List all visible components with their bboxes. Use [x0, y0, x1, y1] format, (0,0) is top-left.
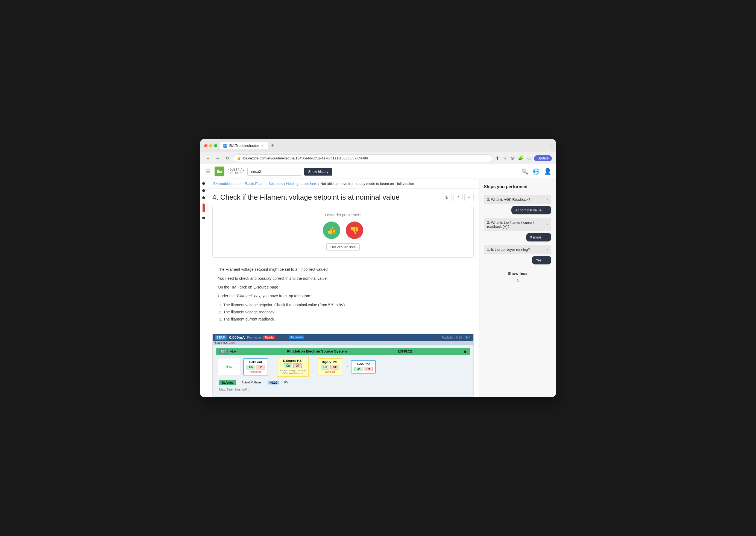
extension-icon[interactable]: 🧩 — [517, 154, 524, 162]
step-1-dot-icon — [544, 259, 548, 262]
sidebar-step-dot-3 — [202, 196, 205, 199]
step-list-item-1: The filament voltage setpoint. Check if … — [223, 302, 468, 308]
back-button[interactable]: ← — [204, 155, 212, 161]
step-3-dot-icon — [544, 209, 548, 212]
breadcrumb-radio-pharma[interactable]: Radio Pharma Solutions — [245, 182, 283, 186]
hmi-bake-out-title: Bake out — [246, 360, 265, 364]
step-3-chevron-icon: › — [547, 198, 548, 202]
forward-button[interactable]: → — [214, 155, 222, 161]
delete-button[interactable]: 🗑 — [442, 193, 452, 201]
hmi-highv-ps-on[interactable]: On — [321, 365, 330, 369]
content-para2: You need to check and possibly correct t… — [218, 275, 468, 282]
answer-buttons: 👍 👎 — [219, 221, 467, 239]
step-list-item-2: The filament voltage readback — [223, 309, 468, 315]
breadcrumb-nothing[interactable]: Nothing to see here — [286, 182, 317, 186]
hmi-highv-interlocks: Interlocks — [321, 371, 339, 373]
content-para4: Under the "Filament" box, you have from … — [218, 293, 468, 299]
tab-close-icon[interactable]: ✕ — [261, 144, 265, 148]
chevron-up-icon: ∧ — [484, 278, 551, 283]
address-bar[interactable]: 🔒 iba.dezide.com/en/guide/execute/13456e… — [233, 154, 492, 162]
hmi-esource-ps-on[interactable]: On — [284, 363, 292, 368]
hmi-radiation-value: 0.14 mSv/h — [456, 336, 471, 339]
hmi-nav-controls: ESC ◀ ▶ — [219, 349, 236, 353]
reset-button[interactable]: ↺ — [454, 193, 463, 201]
hmi-control-boxes: Bake out On Off Interlocks → E-Source — [243, 357, 468, 377]
step-2-bubble[interactable]: 2. What is the filament current readback… — [484, 218, 551, 231]
reload-button[interactable]: ↻ — [224, 155, 231, 161]
hmi-bake-out-on[interactable]: On — [246, 365, 255, 369]
hmi-highv-ps-buttons: On Off — [321, 365, 339, 369]
hmi-run-mode-value: Ready — [263, 336, 275, 339]
hmi-system-title: Rhodotron Electron Source System — [287, 349, 347, 353]
hmi-bake-out-buttons: On Off — [246, 365, 265, 369]
hmi-arrow-3: → — [344, 364, 349, 369]
step-1-label: 1. Is the conveyor running? — [487, 248, 530, 251]
hmi-esc-button[interactable]: ESC — [219, 350, 228, 353]
show-less-button[interactable]: Show less — [484, 269, 551, 278]
step-item-2: 2. What is the filament current readback… — [484, 218, 551, 242]
step-1-chevron-icon: › — [547, 248, 548, 251]
hmi-title-bar: ESC ◀ ▶ Rhodotron Electron Source System… — [216, 348, 470, 355]
step-1-answer-row: Yes — [484, 254, 551, 264]
hamburger-menu-button[interactable]: ☰ — [205, 167, 211, 176]
step-1-answer-text: Yes — [536, 258, 542, 262]
hmi-esource-off[interactable]: Off — [364, 367, 372, 371]
hmi-safeties-button[interactable]: Safeties — [219, 380, 236, 385]
hmi-radiation-info: Radiation: 0.14 mSv/h — [442, 336, 471, 339]
question-card: Løser det problemet? 👍 👎 Det ved jeg ikk… — [212, 206, 474, 258]
title-actions: 🗑 ↺ ✉ — [442, 193, 474, 201]
hmi-max-beam-loss-row: Max. Beam loss (μA) : — [216, 387, 470, 393]
browser-tab[interactable]: IBA IBA Troubleshooter ✕ — [220, 142, 268, 149]
show-history-button[interactable]: Show history — [304, 168, 332, 176]
show-less-area: Show less ∧ — [484, 269, 551, 283]
browser-window: IBA IBA Troubleshooter ✕ + ⋯ ← → ↻ 🔒 iba… — [200, 139, 556, 397]
hmi-esource-ps-off[interactable]: Off — [293, 363, 302, 368]
update-button[interactable]: Update — [534, 155, 552, 161]
email-button[interactable]: ✉ — [464, 193, 474, 201]
hmi-control-value: Automatic — [289, 336, 304, 339]
hmi-bake-out-off[interactable]: Off — [256, 365, 265, 369]
header-right: 🔍 🌐 👤 — [521, 168, 551, 175]
search-area: Show history — [247, 168, 357, 176]
maximize-button[interactable] — [214, 144, 217, 148]
dont-know-button[interactable]: Det ved jeg ikke — [326, 243, 360, 251]
step-3-answer: At nominal value — [511, 206, 551, 215]
hmi-print-icon[interactable]: 🖨 — [463, 349, 467, 353]
step-3-answer-text: At nominal value — [515, 208, 542, 212]
app-header: ☰ iba INDUSTRIALSOLUTIONS Show history 🔍… — [200, 164, 556, 179]
step-item-3: 3. What is VGK Readback? › At nominal va… — [484, 195, 551, 215]
search-icon[interactable]: 🔍 — [521, 168, 528, 175]
sidebar-step-dot-1 — [202, 182, 205, 185]
hmi-logo-row: iba Bake out On Off Interlocks — [216, 355, 470, 379]
content-area: IBA troubleshooter › Radio Pharma Soluti… — [207, 179, 479, 397]
search-input[interactable] — [247, 168, 302, 176]
hmi-beam-loss-label: Beam loss: — [215, 341, 228, 344]
minimize-button[interactable] — [209, 144, 212, 148]
breadcrumb-current: Not able to move from ready mode to beam… — [320, 182, 414, 186]
hmi-esource-on[interactable]: On — [354, 367, 363, 371]
new-tab-button[interactable]: + — [270, 143, 275, 149]
breadcrumb-home[interactable]: IBA troubleshooter — [212, 182, 242, 186]
translate-icon[interactable]: 🌐 — [533, 168, 540, 175]
hmi-bottom-area: Safeties Actual Voltage : 40.20 KV — [216, 379, 470, 387]
title-bar: IBA IBA Troubleshooter ✕ + ⋯ — [200, 139, 556, 152]
profile-icon[interactable]: ⊙ — [510, 154, 515, 162]
hmi-run-mode-label: Run mode — [247, 336, 261, 339]
nav-actions: ⬆ ☆ ⊙ 🧩 ▭ Update — [494, 154, 552, 162]
hmi-arrow-1: → — [270, 364, 275, 369]
sidebar-step-dot-2 — [202, 189, 205, 192]
share-icon[interactable]: ⬆ — [494, 154, 500, 162]
answer-yes-button[interactable]: 👍 — [323, 221, 340, 239]
step-1-bubble[interactable]: 1. Is the conveyor running? › — [484, 245, 551, 254]
close-button[interactable] — [204, 144, 207, 148]
answer-no-button[interactable]: 👎 — [346, 221, 363, 239]
sidebar-icon[interactable]: ▭ — [526, 154, 532, 162]
hmi-esource-buttons: On Off — [354, 367, 372, 371]
hmi-highv-ps-off[interactable]: Off — [331, 365, 339, 369]
user-icon[interactable]: 👤 — [544, 168, 551, 175]
tabs-bar: IBA IBA Troubleshooter ✕ + — [220, 142, 546, 149]
step-3-bubble[interactable]: 3. What is VGK Readback? › — [484, 195, 551, 204]
traffic-lights — [204, 144, 217, 148]
bookmark-icon[interactable]: ☆ — [502, 154, 508, 162]
hmi-actual-voltage-value: 40.20 — [268, 381, 279, 385]
